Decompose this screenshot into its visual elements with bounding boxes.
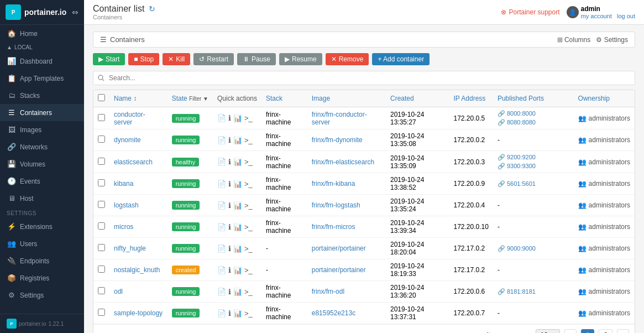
console-icon[interactable]: >_ <box>244 136 253 144</box>
container-name-link[interactable]: odl <box>114 288 123 295</box>
container-image-link[interactable]: frinx/fm-kibana <box>312 180 355 188</box>
inspect-icon[interactable]: ℹ <box>228 180 231 188</box>
console-icon[interactable]: >_ <box>244 114 253 122</box>
stats-icon[interactable]: 📊 <box>233 244 242 253</box>
stats-icon[interactable]: 📊 <box>233 136 242 144</box>
stats-icon[interactable]: 📊 <box>233 114 242 122</box>
columns-button[interactable]: ⊞ Columns <box>557 36 591 44</box>
logs-icon[interactable]: 📄 <box>217 201 226 210</box>
logs-icon[interactable]: 📄 <box>217 223 226 231</box>
inspect-icon[interactable]: ℹ <box>228 266 231 274</box>
port-link[interactable]: 🔗 8181:8181 <box>498 288 536 295</box>
pagination-next-button[interactable]: › <box>617 329 629 333</box>
sidebar-item-containers[interactable]: ☰ Containers <box>0 104 84 121</box>
port-link[interactable]: 🔗 9000:9000 <box>498 245 536 252</box>
console-icon[interactable]: >_ <box>244 158 253 166</box>
row-checkbox[interactable] <box>98 179 105 186</box>
container-image-link[interactable]: frinx/fm-elasticsearch <box>312 158 374 166</box>
row-checkbox[interactable] <box>98 244 105 251</box>
search-input[interactable] <box>93 71 635 85</box>
container-image-link[interactable]: frinx/fm-dynomite <box>312 136 363 144</box>
sidebar-item-endpoints[interactable]: 🔌 Endpoints <box>0 252 84 269</box>
col-ip[interactable]: IP Address <box>449 90 493 107</box>
logs-icon[interactable]: 📄 <box>217 180 226 188</box>
container-name-link[interactable]: nostalgic_knuth <box>114 266 160 274</box>
portainer-support-link[interactable]: ⊗ Portainer support <box>501 8 559 16</box>
pagination-page-1-button[interactable]: 1 <box>581 329 595 333</box>
stats-icon[interactable]: 📊 <box>233 266 242 274</box>
sidebar-item-users[interactable]: 👥 Users <box>0 235 84 252</box>
logs-icon[interactable]: 📄 <box>217 309 226 318</box>
my-account-link[interactable]: my account <box>581 13 612 19</box>
remove-button[interactable]: ✕ Remove <box>326 53 369 65</box>
logs-icon[interactable]: 📄 <box>217 266 226 274</box>
logs-icon[interactable]: 📄 <box>217 158 226 166</box>
restart-button[interactable]: ↺ Restart <box>193 53 234 65</box>
sidebar-item-registries[interactable]: 📦 Registries <box>0 269 84 287</box>
container-name-link[interactable]: dynomite <box>114 136 141 144</box>
add-container-button[interactable]: + Add container <box>372 53 430 65</box>
port-link[interactable]: 🔗 8080:8080 <box>498 119 536 126</box>
sidebar-item-stacks[interactable]: 🗂 Stacks <box>0 87 84 104</box>
sidebar-item-app-templates[interactable]: 📋 App Templates <box>0 70 84 87</box>
container-image-link[interactable]: frinx/fm-micros <box>312 223 355 231</box>
inspect-icon[interactable]: ℹ <box>228 201 231 210</box>
console-icon[interactable]: >_ <box>244 180 253 188</box>
container-name-link[interactable]: sample-topology <box>114 309 163 317</box>
pagination-prev-button[interactable]: ‹ <box>564 329 577 333</box>
kill-button[interactable]: ✕ Kill <box>163 53 190 65</box>
log-out-link[interactable]: log out <box>617 13 635 19</box>
pause-button[interactable]: ⏸ Pause <box>237 53 276 65</box>
sidebar-item-events[interactable]: 🕐 Events <box>0 173 84 190</box>
col-ownership[interactable]: Ownership <box>574 90 635 107</box>
row-checkbox[interactable] <box>98 158 105 165</box>
col-ports[interactable]: Published Ports <box>493 90 574 107</box>
sidebar-item-extensions[interactable]: ⚡ Extensions <box>0 218 84 235</box>
console-icon[interactable]: >_ <box>244 288 253 296</box>
port-link[interactable]: 🔗 9300:9300 <box>498 163 536 170</box>
stats-icon[interactable]: 📊 <box>233 180 242 188</box>
col-image[interactable]: Image <box>307 90 386 107</box>
col-stack[interactable]: Stack <box>261 90 307 107</box>
console-icon[interactable]: >_ <box>244 309 253 318</box>
col-name[interactable]: Name ↕ <box>109 90 167 107</box>
refresh-icon[interactable]: ↻ <box>149 4 155 13</box>
container-name-link[interactable]: nifty_hugle <box>114 244 146 252</box>
row-checkbox[interactable] <box>98 114 105 121</box>
container-image-link[interactable]: portainer/portainer <box>312 244 366 252</box>
stop-button[interactable]: ■ Stop <box>128 53 159 65</box>
resume-button[interactable]: ▶ Resume <box>279 53 322 65</box>
inspect-icon[interactable]: ℹ <box>228 158 231 166</box>
port-link[interactable]: 🔗 5601:5601 <box>498 180 536 188</box>
sidebar-item-volumes[interactable]: 💾 Volumes <box>0 155 84 173</box>
sidebar-toggle-button[interactable]: ⇔ <box>72 8 78 17</box>
logs-icon[interactable]: 📄 <box>217 114 226 122</box>
start-button[interactable]: ▶ Start <box>93 53 125 65</box>
items-per-page-select[interactable]: 10 25 50 <box>536 329 560 333</box>
stats-icon[interactable]: 📊 <box>233 309 242 318</box>
row-checkbox[interactable] <box>98 201 105 208</box>
port-link[interactable]: 🔗 9200:9200 <box>498 154 536 161</box>
port-link[interactable]: 🔗 8000:8000 <box>498 110 536 117</box>
container-name-link[interactable]: kibana <box>114 180 133 188</box>
sidebar-item-networks[interactable]: 🔗 Networks <box>0 138 84 155</box>
container-name-link[interactable]: conductor-server <box>114 111 145 126</box>
container-image-link[interactable]: portainer/portainer <box>312 266 366 274</box>
inspect-icon[interactable]: ℹ <box>228 136 231 144</box>
inspect-icon[interactable]: ℹ <box>228 244 231 253</box>
container-name-link[interactable]: micros <box>114 223 133 231</box>
console-icon[interactable]: >_ <box>244 244 253 253</box>
inspect-icon[interactable]: ℹ <box>228 114 231 122</box>
container-image-link[interactable]: e815952e213c <box>312 309 355 317</box>
console-icon[interactable]: >_ <box>244 223 253 231</box>
row-checkbox[interactable] <box>98 222 105 230</box>
logs-icon[interactable]: 📄 <box>217 288 226 296</box>
pagination-page-2-button[interactable]: 2 <box>599 329 612 333</box>
console-icon[interactable]: >_ <box>244 201 253 210</box>
sidebar-item-settings[interactable]: ⚙ Settings <box>0 287 84 304</box>
stats-icon[interactable]: 📊 <box>233 201 242 210</box>
sidebar-item-dashboard[interactable]: 📊 Dashboard <box>0 53 84 70</box>
sidebar-item-host[interactable]: 🖥 Host <box>0 190 84 207</box>
select-all-checkbox[interactable] <box>98 94 105 101</box>
stats-icon[interactable]: 📊 <box>233 158 242 166</box>
